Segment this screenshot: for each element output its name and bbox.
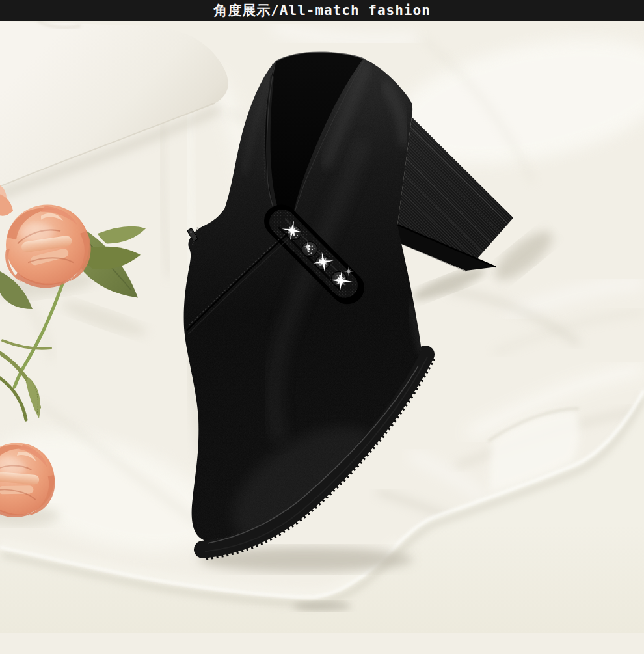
banner: 角度展示/All-match fashion: [0, 0, 644, 21]
banner-title: 角度展示/All-match fashion: [213, 0, 431, 21]
product-photo: 角度展示/All-match fashion: [0, 0, 644, 654]
photo-scene: [0, 21, 644, 654]
